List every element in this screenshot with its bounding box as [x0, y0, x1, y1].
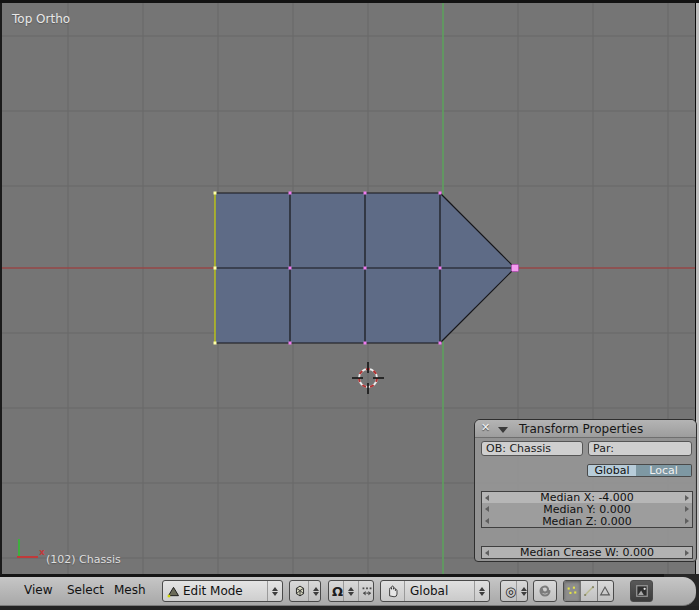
- select-mode-group: [563, 580, 614, 602]
- edge-select-button[interactable]: [580, 581, 596, 601]
- draw-type-dropdown[interactable]: [289, 580, 321, 602]
- vertex-select-icon: [565, 584, 579, 598]
- window-bottom-border: [0, 606, 699, 610]
- transform-properties-panel: ✕ Transform Properties OB: Chassis Par: …: [474, 419, 697, 562]
- mode-stepper[interactable]: [267, 581, 282, 601]
- orientation-stepper[interactable]: [474, 581, 489, 601]
- median-z-slider[interactable]: Median Z: 0.000: [481, 515, 693, 528]
- pivot-controls-group: Ω: [328, 580, 374, 602]
- median-crease-value: Median Crease W: 0.000: [489, 547, 685, 558]
- hand-icon[interactable]: [381, 581, 405, 601]
- increment-arrow-icon[interactable]: [685, 506, 689, 512]
- median-x-value: Median X: -4.000: [489, 492, 685, 503]
- manipulator-icon[interactable]: [358, 581, 374, 601]
- increment-arrow-icon[interactable]: [685, 518, 689, 524]
- proportional-edit-icon: ◎: [505, 584, 516, 599]
- proportional-edit-dropdown[interactable]: ◎: [500, 580, 528, 602]
- window-left-border: [0, 3, 2, 575]
- increment-arrow-icon[interactable]: [685, 495, 689, 501]
- menu-select[interactable]: Select: [67, 583, 104, 597]
- window-top-border: [0, 0, 699, 3]
- menu-mesh[interactable]: Mesh: [114, 583, 146, 597]
- mini-axis-x-label: x: [39, 547, 45, 557]
- drawtype-cube-icon: [292, 583, 308, 599]
- object-name-field[interactable]: OB: Chassis: [481, 441, 583, 456]
- vertex-select-button[interactable]: [564, 581, 580, 601]
- close-icon[interactable]: ✕: [481, 421, 490, 434]
- mode-label: Edit Mode: [183, 584, 267, 598]
- median-crease-slider[interactable]: Median Crease W: 0.000: [481, 546, 693, 559]
- rotation-pivot-icon[interactable]: Ω: [332, 584, 343, 599]
- propedit-stepper[interactable]: [516, 581, 528, 601]
- snap-toggle-button[interactable]: [533, 580, 557, 602]
- face-select-button[interactable]: [597, 581, 613, 601]
- menu-view[interactable]: View: [24, 583, 52, 597]
- collapse-triangle-icon[interactable]: [498, 427, 508, 433]
- global-toggle-button[interactable]: Global: [587, 464, 637, 477]
- editmode-triangle-icon: [166, 584, 181, 599]
- occlude-geometry-button[interactable]: [630, 580, 653, 602]
- pivot-stepper[interactable]: [343, 581, 358, 601]
- view-orientation-label: Top Ortho: [12, 12, 70, 26]
- median-z-value: Median Z: 0.000: [489, 516, 685, 527]
- increment-arrow-icon[interactable]: [685, 550, 689, 556]
- active-object-info: (102) Chassis: [46, 553, 121, 566]
- panel-title: Transform Properties: [519, 422, 643, 436]
- face-select-icon: [598, 584, 612, 598]
- orientation-combo[interactable]: Global: [380, 580, 490, 602]
- parent-field[interactable]: Par:: [588, 441, 692, 456]
- viewport-header-bar: View Select Mesh Edit Mode Ω: [0, 577, 696, 606]
- drawtype-stepper[interactable]: [308, 581, 321, 601]
- median-y-value: Median Y: 0.000: [489, 504, 685, 515]
- local-toggle-button[interactable]: Local: [636, 464, 692, 477]
- orientation-label: Global: [410, 584, 474, 598]
- edge-select-icon: [582, 584, 596, 598]
- mode-dropdown[interactable]: Edit Mode: [162, 580, 283, 602]
- occlude-geometry-icon: [635, 584, 649, 598]
- snap-magnet-icon: [537, 583, 553, 599]
- blender-3d-view-window: Top Ortho (102) Chassis x ✕ Transform Pr…: [0, 0, 699, 610]
- panel-header[interactable]: ✕ Transform Properties: [475, 420, 696, 438]
